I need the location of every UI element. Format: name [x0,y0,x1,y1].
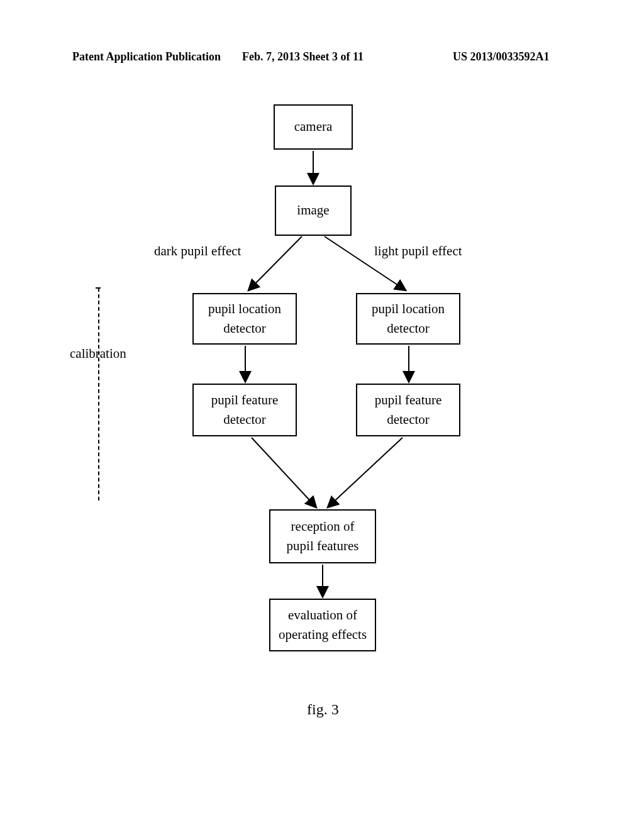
header-publication: Patent Application Publication [72,50,221,64]
reception-line1: reception of [291,517,355,537]
svg-line-5 [252,438,316,507]
calibration-bracket [98,288,99,501]
loc-left-line2: detector [223,319,266,339]
feat-left-line2: detector [223,410,266,430]
box-reception: reception of pupil features [269,509,376,563]
feat-left-line1: pupil feature [211,390,279,411]
header-patent-number: US 2013/0033592A1 [453,50,550,64]
box-pupil-feature-left: pupil feature detector [192,384,297,436]
figure-number: fig. 3 [307,701,339,718]
box-pupil-location-left: pupil location detector [192,293,297,345]
box-image-label: image [297,201,329,221]
flowchart-diagram: camera image dark pupil effect light pup… [0,88,644,748]
svg-line-1 [249,236,302,290]
box-image: image [275,185,352,236]
feat-right-line2: detector [387,410,430,430]
box-camera: camera [274,104,353,150]
evaluation-line2: operating effects [279,625,367,645]
svg-line-6 [328,438,402,507]
box-pupil-location-right: pupil location detector [356,293,460,345]
loc-right-line2: detector [387,319,430,339]
box-evaluation: evaluation of operating effects [269,599,376,651]
box-camera-label: camera [294,117,333,137]
label-dark-pupil: dark pupil effect [154,243,241,259]
label-light-pupil: light pupil effect [374,243,462,259]
header-date-sheet: Feb. 7, 2013 Sheet 3 of 11 [242,50,364,64]
loc-left-line1: pupil location [208,299,281,319]
evaluation-line1: evaluation of [288,606,357,626]
loc-right-line1: pupil location [372,299,445,319]
box-pupil-feature-right: pupil feature detector [356,384,460,436]
feat-right-line1: pupil feature [375,390,442,411]
reception-line2: pupil features [287,536,359,556]
